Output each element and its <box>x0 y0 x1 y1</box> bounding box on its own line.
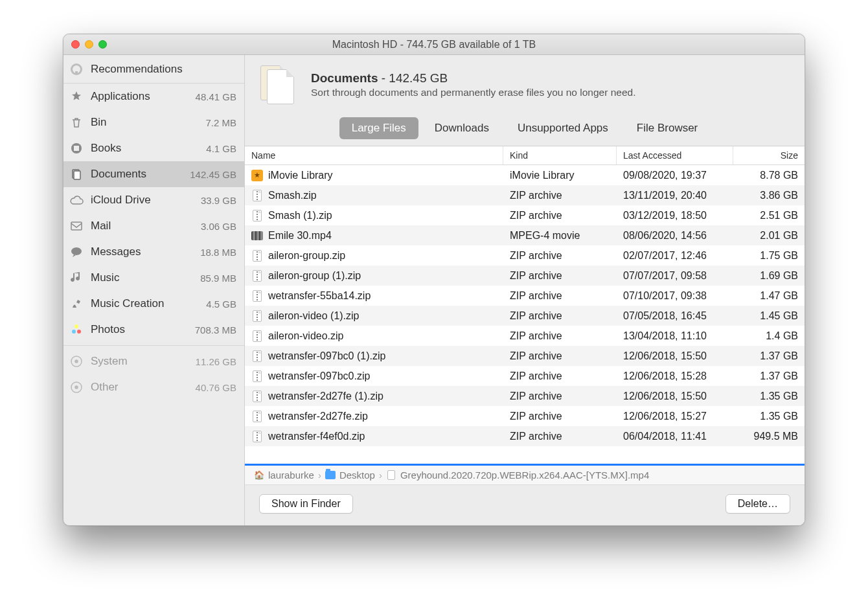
sidebar-item-music creation[interactable]: Music Creation 4.5 GB <box>63 291 244 317</box>
sidebar-item-label: Photos <box>91 323 188 336</box>
breadcrumb-label: Greyhound.2020.720p.WEBRip.x264.AAC-[YTS… <box>400 470 649 481</box>
table-row[interactable]: Emile 30.mp4 MPEG-4 movie 08/06/2020, 14… <box>245 225 805 245</box>
svg-point-10 <box>77 330 81 334</box>
sidebar-item-label: Mail <box>91 220 194 232</box>
file-kind: ZIP archive <box>503 270 617 282</box>
file-size: 1.35 GB <box>733 391 805 402</box>
sidebar-item-size: 85.9 MB <box>200 273 236 284</box>
table-row[interactable]: wetransfer-2d27fe (1).zip ZIP archive 12… <box>245 386 805 406</box>
sidebar-item-applications[interactable]: Applications 48.41 GB <box>63 84 244 109</box>
titlebar[interactable]: Macintosh HD - 744.75 GB available of 1 … <box>63 34 805 55</box>
file-size: 1.75 GB <box>733 250 805 262</box>
show-in-finder-button[interactable]: Show in Finder <box>259 494 353 514</box>
table-row[interactable]: Smash (1).zip ZIP archive 03/12/2019, 18… <box>245 205 805 225</box>
tab-downloads[interactable]: Downloads <box>422 117 501 139</box>
file-last-accessed: 13/11/2019, 20:40 <box>617 190 733 201</box>
column-last-accessed[interactable]: Last Accessed <box>617 146 733 164</box>
sidebar-item-system[interactable]: System 11.26 GB <box>63 348 244 374</box>
file-size: 949.5 MB <box>733 431 805 442</box>
system-icon <box>69 354 84 369</box>
zip-file-icon <box>251 249 263 262</box>
file-size: 2.51 GB <box>733 210 805 221</box>
table-row[interactable]: aileron-group (1).zip ZIP archive 07/07/… <box>245 266 805 286</box>
column-kind[interactable]: Kind <box>503 146 617 164</box>
table-row[interactable]: aileron-group.zip ZIP archive 02/07/2017… <box>245 245 805 266</box>
bin-icon <box>69 115 84 130</box>
file-kind: ZIP archive <box>503 431 617 442</box>
file-last-accessed: 06/04/2018, 11:41 <box>617 431 733 442</box>
home-icon: 🏠 <box>254 470 264 481</box>
sidebar-item-label: iCloud Drive <box>91 194 194 207</box>
file-last-accessed: 07/05/2018, 16:45 <box>617 310 733 322</box>
svg-point-9 <box>74 324 78 328</box>
tab-unsupported apps[interactable]: Unsupported Apps <box>505 117 621 139</box>
table-row[interactable]: Smash.zip ZIP archive 13/11/2019, 20:40 … <box>245 185 805 205</box>
breadcrumb-item[interactable]: 🏠lauraburke <box>254 470 314 481</box>
breadcrumb-item[interactable]: Greyhound.2020.720p.WEBRip.x264.AAC-[YTS… <box>386 470 649 481</box>
sidebar-item-other[interactable]: Other 40.76 GB <box>63 374 244 400</box>
sidebar-item-size: 40.76 GB <box>196 382 236 393</box>
table-row[interactable]: wetransfer-097bc0 (1).zip ZIP archive 12… <box>245 346 805 366</box>
file-last-accessed: 09/08/2020, 19:37 <box>617 170 733 181</box>
column-size[interactable]: Size <box>733 146 805 164</box>
photos-icon <box>69 322 84 337</box>
file-name: aileron-video.zip <box>268 330 344 342</box>
table-row[interactable]: wetransfer-097bc0.zip ZIP archive 12/06/… <box>245 366 805 386</box>
tab-file browser[interactable]: File Browser <box>624 117 710 139</box>
table-row[interactable]: wetransfer-2d27fe.zip ZIP archive 12/06/… <box>245 406 805 426</box>
sidebar-item-size: 33.9 GB <box>201 195 236 206</box>
sidebar-item-label: Documents <box>91 168 183 181</box>
file-name: wetransfer-2d27fe.zip <box>268 411 368 422</box>
file-size: 1.4 GB <box>733 330 805 342</box>
zip-file-icon <box>251 430 263 443</box>
sidebar-item-messages[interactable]: Messages 18.8 MB <box>63 239 244 265</box>
documents-icon <box>258 64 299 106</box>
zip-file-icon <box>251 310 263 323</box>
file-kind: ZIP archive <box>503 250 617 262</box>
column-name[interactable]: Name <box>245 146 503 164</box>
file-last-accessed: 12/06/2018, 15:28 <box>617 370 733 382</box>
sidebar-item-label: Music Creation <box>91 297 200 310</box>
chevron-right-icon: › <box>379 470 382 481</box>
sidebar-item-label: Other <box>91 381 189 394</box>
svg-point-13 <box>75 360 78 363</box>
table-row[interactable]: aileron-video (1).zip ZIP archive 07/05/… <box>245 306 805 326</box>
sidebar-item-music[interactable]: Music 85.9 MB <box>63 265 244 291</box>
table-row[interactable]: aileron-video.zip ZIP archive 13/04/2018… <box>245 326 805 346</box>
file-kind: ZIP archive <box>503 330 617 342</box>
file-last-accessed: 12/06/2018, 15:27 <box>617 411 733 422</box>
file-size: 1.69 GB <box>733 270 805 282</box>
sidebar-separator <box>63 345 244 346</box>
file-last-accessed: 12/06/2018, 15:50 <box>617 391 733 402</box>
sidebar-item-books[interactable]: Books 4.1 GB <box>63 135 244 161</box>
sidebar-item-bin[interactable]: Bin 7.2 MB <box>63 109 244 135</box>
table-row[interactable]: wetransfer-55ba14.zip ZIP archive 07/10/… <box>245 286 805 306</box>
sidebar-item-label: Books <box>91 142 200 155</box>
file-kind: ZIP archive <box>503 391 617 402</box>
zip-file-icon <box>251 350 263 363</box>
sidebar-item-label: Applications <box>91 90 189 103</box>
file-table: Name Kind Last Accessed Size iMovie Libr… <box>245 146 805 464</box>
file-last-accessed: 02/07/2017, 12:46 <box>617 250 733 262</box>
file-icon <box>386 470 396 481</box>
movie-file-icon <box>251 229 263 242</box>
sidebar-item-icloud drive[interactable]: iCloud Drive 33.9 GB <box>63 187 244 213</box>
sidebar-item-mail[interactable]: Mail 3.06 GB <box>63 213 244 239</box>
sidebar-item-documents[interactable]: Documents 142.45 GB <box>63 161 244 187</box>
file-name: aileron-group.zip <box>268 250 345 262</box>
table-row[interactable]: iMovie Library iMovie Library 09/08/2020… <box>245 165 805 185</box>
sidebar-recommendations[interactable]: Recommendations <box>63 55 244 84</box>
file-size: 1.37 GB <box>733 350 805 362</box>
music-creation-icon <box>69 296 84 312</box>
file-name: wetransfer-2d27fe (1).zip <box>268 391 383 402</box>
sidebar-item-size: 708.3 MB <box>195 324 236 335</box>
delete-button[interactable]: Delete… <box>725 494 790 514</box>
breadcrumb-item[interactable]: Desktop <box>325 470 375 481</box>
svg-rect-4 <box>74 146 79 151</box>
tab-large files[interactable]: Large Files <box>339 117 418 139</box>
category-title: Documents - 142.45 GB <box>311 71 635 85</box>
svg-point-15 <box>75 386 78 389</box>
table-row[interactable]: wetransfer-f4ef0d.zip ZIP archive 06/04/… <box>245 426 805 446</box>
file-name: aileron-video (1).zip <box>268 310 360 322</box>
sidebar-item-photos[interactable]: Photos 708.3 MB <box>63 317 244 343</box>
